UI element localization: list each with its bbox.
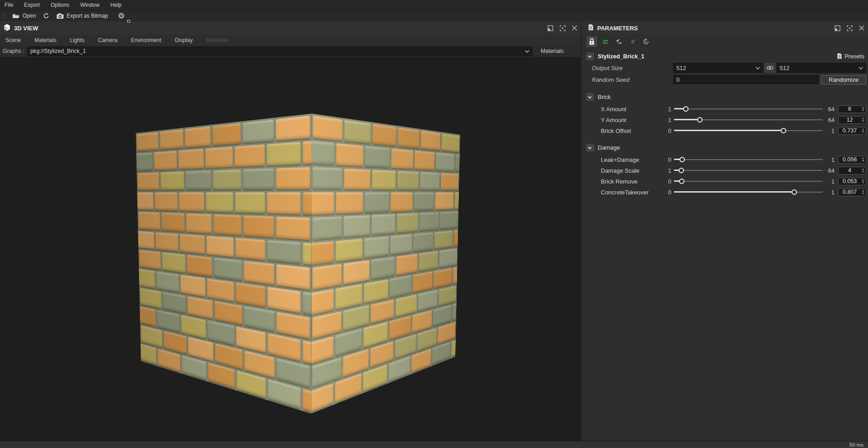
slider-handle[interactable] <box>792 189 797 195</box>
slider-handle[interactable] <box>679 168 684 173</box>
brick <box>398 127 420 148</box>
export-as-bitmap-button[interactable]: Export as Bitmap <box>53 10 111 22</box>
tab-environment[interactable]: Environment <box>131 37 161 43</box>
brick <box>185 126 211 148</box>
output-width-dropdown[interactable]: 512 <box>673 63 763 73</box>
float-panel-icon[interactable] <box>835 25 840 31</box>
param-value: 12 <box>839 117 861 123</box>
gear-icon: ⚙ <box>118 12 125 20</box>
slider-handle[interactable] <box>781 128 786 133</box>
param-value-input[interactable]: 0.053 <box>838 178 866 185</box>
param-min: 1 <box>660 106 674 113</box>
param-value-input[interactable]: 0.056 <box>838 156 866 164</box>
param-slider[interactable] <box>674 156 823 163</box>
pin-button[interactable] <box>627 36 638 47</box>
brick <box>267 193 301 215</box>
slider-track[interactable] <box>674 181 823 182</box>
random-seed-input[interactable]: 0 <box>673 75 819 84</box>
toolbar-drag-handle[interactable] <box>2 12 5 19</box>
tab-materials[interactable]: Materials <box>34 37 57 43</box>
sync-button[interactable] <box>600 36 611 47</box>
output-width-value: 512 <box>676 65 757 71</box>
param-slider[interactable] <box>674 178 823 184</box>
tab-scene[interactable]: Scene <box>5 37 21 43</box>
viewport-3d[interactable] <box>0 57 581 441</box>
spinner-icons[interactable] <box>861 168 866 173</box>
param-slider[interactable] <box>674 189 823 195</box>
param-value-input[interactable]: 6 <box>838 105 866 113</box>
brick <box>155 193 178 211</box>
brick <box>396 213 418 233</box>
param-max: 64 <box>823 106 838 113</box>
menu-file[interactable]: File <box>5 2 13 8</box>
brick <box>243 168 274 190</box>
open-button[interactable]: Open <box>9 10 39 22</box>
brick <box>207 278 234 302</box>
brick <box>276 167 310 189</box>
graph-select-dropdown[interactable]: pkg://Stylized_Brick_1 <box>27 47 533 56</box>
brick <box>161 212 185 231</box>
main-toolbar: Open Export as Bitmap ⚙ <box>0 10 868 21</box>
graph-name: Stylized_Brick_1 <box>598 53 833 60</box>
param-label: Brick Offset <box>586 127 660 134</box>
param-slider[interactable] <box>674 167 823 174</box>
param-slider[interactable] <box>674 106 823 112</box>
link-size-button[interactable] <box>764 63 775 73</box>
brick <box>206 193 233 212</box>
refresh-button[interactable] <box>39 10 53 22</box>
lock-button[interactable] <box>586 36 597 47</box>
param-slider[interactable] <box>674 127 823 134</box>
spinner-icons[interactable] <box>861 157 866 162</box>
menu-help[interactable]: Help <box>110 2 122 8</box>
menu-export[interactable]: Export <box>24 2 40 8</box>
param-value-input[interactable]: 0.737 <box>838 127 866 135</box>
panel-splitter[interactable] <box>581 21 585 441</box>
param-value-input[interactable]: 12 <box>838 116 866 124</box>
spinner-icons[interactable] <box>861 190 866 194</box>
param-row-x-amount: X Amount1646 <box>586 104 866 114</box>
section-header-damage: Damage <box>586 141 866 154</box>
maximize-panel-icon[interactable] <box>847 25 853 31</box>
brick <box>244 261 274 285</box>
float-panel-icon[interactable] <box>547 25 553 31</box>
param-value-input[interactable]: 0.807 <box>838 189 866 196</box>
close-panel-icon[interactable] <box>572 25 577 31</box>
tab-lights[interactable]: Lights <box>70 37 85 43</box>
close-panel-icon[interactable] <box>859 25 864 31</box>
spinner-icons[interactable] <box>861 128 866 133</box>
reset-button[interactable] <box>641 36 651 47</box>
slider-handle[interactable] <box>679 179 684 184</box>
brick <box>344 169 371 190</box>
brick <box>390 234 412 255</box>
param-value-input[interactable]: 4 <box>838 167 866 174</box>
menu-window[interactable]: Window <box>80 2 99 8</box>
collapse-graph-button[interactable] <box>586 52 594 60</box>
spinner-icons[interactable] <box>861 179 866 184</box>
output-height-dropdown[interactable]: 512 <box>777 63 867 73</box>
expand-values-button[interactable] <box>613 36 624 47</box>
spinner-icons[interactable] <box>861 118 866 122</box>
spinner-icons[interactable] <box>861 107 866 111</box>
tab-display[interactable]: Display <box>175 37 193 43</box>
settings-button[interactable]: ⚙ <box>114 10 128 22</box>
slider-handle[interactable] <box>679 157 685 162</box>
brick <box>137 132 159 151</box>
randomize-button[interactable]: Randomize <box>821 75 866 85</box>
collapse-section-button[interactable] <box>586 93 594 101</box>
slider-handle[interactable] <box>683 106 689 112</box>
brick <box>180 275 205 297</box>
brick <box>139 268 155 288</box>
slider-track[interactable] <box>674 108 823 109</box>
collapse-section-button[interactable] <box>586 144 594 151</box>
brick <box>335 239 363 262</box>
menu-options[interactable]: Options <box>51 2 69 8</box>
maximize-panel-icon[interactable] <box>560 25 566 31</box>
brick <box>141 343 157 365</box>
parameter-sections: BrickX Amount1646Y Amount16412Brick Offs… <box>586 90 866 198</box>
param-slider[interactable] <box>674 117 823 123</box>
slider-track[interactable] <box>674 170 823 171</box>
tab-camera[interactable]: Camera <box>98 37 118 43</box>
presets-button[interactable]: Presets <box>837 53 866 60</box>
slider-track[interactable] <box>674 159 823 160</box>
slider-handle[interactable] <box>697 117 703 123</box>
